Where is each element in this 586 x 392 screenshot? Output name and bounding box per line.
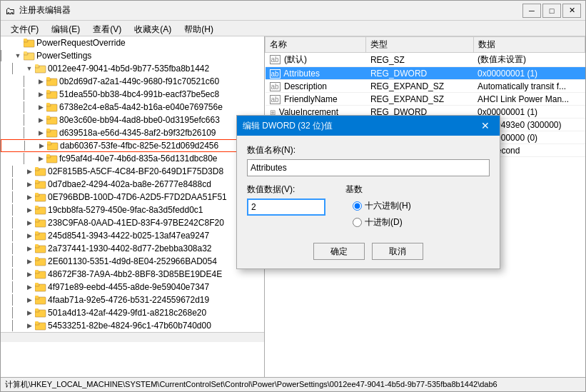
app-icon: 🗂 [5,5,15,16]
tree-expander[interactable]: ▶ [24,268,35,280]
reg-name-cell: ab Description [266,80,366,93]
tree-label: PowerSettings [36,51,91,61]
tree-item[interactable]: ▶ 80e3c60e-bb94-4ad8-bbe0-0d3195efc663 [1,114,264,126]
tree-label: 0d7dbae2-4294-402a-ba8e-26777e8488cd [48,179,211,189]
minimize-button[interactable]: ─ [522,4,541,18]
tree-item[interactable]: ▶ 54533251-82be-4824-96c1-47b60b740d00 [1,319,264,332]
name-input[interactable] [247,159,490,176]
table-row[interactable]: ab DescriptionREG_EXPAND_SZAutomatically… [266,80,585,93]
close-button[interactable]: ✕ [562,4,581,18]
svg-rect-17 [46,103,50,105]
type-icon: ab [270,69,281,79]
menu-item-查看(V)[interactable]: 查看(V) [87,22,127,34]
tree-item[interactable]: ▶ fc95af4d-40e7-4b6d-835a-56d131dbc80e [1,152,264,165]
dec-radio-label[interactable]: 十进制(D) [353,216,411,228]
maximize-button[interactable]: □ [542,4,561,18]
folder-icon [46,115,58,125]
tree-item[interactable]: ▼ 0012ee47-9041-4b5d-9b77-535fba8b1442 [1,62,264,75]
base-label: 基数 [345,184,411,196]
tree-item[interactable]: ▶ 19cbb8fa-5279-450e-9fac-8a3d5fedd0c1 [1,203,264,216]
tree-item[interactable]: ▶ 02F815B5-A5CF-4C84-BF20-649D1F75D3D8 [1,165,264,178]
menu-item-帮助(H)[interactable]: 帮助(H) [178,22,219,34]
tree-expander[interactable]: ▶ [24,281,35,293]
table-row[interactable]: ab FriendlyNameREG_EXPAND_SZAHCI Link Po… [266,93,585,106]
data-input[interactable] [247,198,325,216]
folder-icon [46,89,58,99]
tree-item[interactable]: ▶ 501a4d13-42af-4429-9fd1-a8218c268e20 [1,306,264,319]
tree-expander[interactable]: ▶ [24,256,35,267]
type-icon: ab [270,82,281,91]
table-row[interactable]: ab (默认)REG_SZ(数值未设置) [266,53,585,67]
reg-type-cell: REG_SZ [366,53,473,67]
tree-panel[interactable]: PowerRequestOverride▼ PowerSettings▼ 001… [1,36,265,377]
tree-expander[interactable]: ▼ [12,50,24,61]
menu-item-收藏夹(A)[interactable]: 收藏夹(A) [128,22,177,34]
tree-item[interactable]: ▶ 238C9FA8-0AAD-41ED-83F4-97BE242C8F20 [1,216,264,229]
tree-expander[interactable]: ▶ [24,204,35,216]
tree-item[interactable]: ▶ 0b2d69d7-a2a1-449c-9680-f91c70521c60 [1,75,264,88]
tree-item[interactable]: ▶ d639518a-e56d-4345-8af2-b9f32fb26109 [1,126,264,139]
status-bar: 计算机\HKEY_LOCAL_MACHINE\SYSTEM\CurrentCon… [1,377,585,391]
ok-button[interactable]: 确定 [313,243,365,260]
reg-data-cell: (数值未设置) [473,53,585,67]
tree-expander[interactable]: ▶ [35,101,46,113]
svg-rect-23 [46,129,50,131]
tree-item[interactable]: ▶ 48672F38-7A9A-4bb2-8BF8-3D85BE19DE4E [1,268,264,281]
tree-item[interactable]: ▶ 4faab71a-92e5-4726-b531-224559672d19 [1,293,264,306]
reg-data-cell: AHCI Link Power Man... [473,93,585,106]
reg-name-cell: ab (默认) [266,53,366,67]
svg-rect-38 [35,193,39,195]
edit-dword-dialog[interactable]: 编辑 DWORD (32 位)值 ✕ 数值名称(N): 数值数据(V): 基数 [236,115,500,269]
tree-expander[interactable]: ▶ [35,114,46,126]
reg-data-cell: 0x00000001 (1) [473,67,585,80]
tree-item[interactable]: ▶ 2a737441-1930-4402-8d77-2bebba308a32 [1,242,264,255]
tree-item[interactable]: PowerRequestOverride [1,36,264,49]
folder-icon [35,179,46,189]
hex-radio-label[interactable]: 十六进制(H) [353,200,411,212]
hex-radio[interactable] [353,201,362,211]
tree-expander[interactable]: ▶ [35,127,46,139]
cancel-button[interactable]: 取消 [372,243,423,260]
svg-rect-47 [35,231,39,233]
tree-expander[interactable]: ▶ [24,243,35,254]
title-bar: 🗂 注册表编辑器 ─ □ ✕ [1,1,585,21]
tree-item[interactable]: ▶ 2E601130-5351-4d9d-8E04-252966BAD054 [1,255,264,268]
tree-expander[interactable]: ▶ [24,217,35,228]
tree-expander[interactable]: ▶ [24,307,35,318]
tree-expander[interactable]: ▶ [24,191,35,203]
menu-item-文件(F)[interactable]: 文件(F) [5,22,44,34]
radio-group: 十六进制(H) 十进制(D) [353,200,411,228]
dec-radio[interactable] [353,218,362,227]
tree-expander[interactable]: ▶ [24,294,35,306]
table-row[interactable]: ab AttributesREG_DWORD0x00000001 (1) [266,67,585,80]
data-input-group: 数值数据(V): [247,184,325,228]
tree-expander[interactable]: ▶ [35,89,46,100]
tree-expander[interactable]: ▼ [24,63,35,74]
tree-expander[interactable]: ▶ [24,320,35,331]
reg-name-cell: ab FriendlyName [266,93,366,106]
tree-item[interactable]: ▶ 6738e2c4-e8a5-4a42-b16a-e040e769756e [1,101,264,114]
tree-item[interactable]: ▼ PowerSettings [1,49,264,62]
folder-icon [35,64,46,74]
menu-item-编辑(E)[interactable]: 编辑(E) [46,22,86,34]
tree-item[interactable]: ▶ dab60367-53fe-4fbc-825e-521d069d2456 [1,139,264,152]
tree-expander[interactable]: ▶ [24,166,35,177]
tree-item[interactable]: ▶ 4f971e89-eebd-4455-a8de-9e59040e7347 [1,281,264,293]
tree-expander[interactable]: ▶ [24,179,35,190]
tree-expander[interactable] [12,37,24,49]
folder-icon [46,102,58,112]
dialog-close-button[interactable]: ✕ [477,119,494,133]
tree-expander[interactable]: ▶ [36,140,47,151]
folder-icon [35,166,46,176]
svg-rect-5 [24,51,27,54]
reg-type-cell: REG_EXPAND_SZ [366,80,473,93]
svg-rect-41 [35,206,39,208]
tree-expander[interactable]: ▶ [35,76,46,87]
tree-expander[interactable]: ▶ [24,230,35,241]
tree-item[interactable]: ▶ 51dea550-bb38-4bc4-991b-eacf37be5ec8 [1,88,264,101]
tree-item[interactable]: ▶ 0E796BDB-100D-47D6-A2D5-F7D2DAA51F51 [1,191,264,203]
svg-rect-11 [46,77,50,79]
tree-item[interactable]: ▶ 0d7dbae2-4294-402a-ba8e-26777e8488cd [1,178,264,191]
tree-expander[interactable]: ▶ [35,153,46,164]
tree-item[interactable]: ▶ 245d8541-3943-4422-b025-13af47ea9247 [1,229,264,242]
